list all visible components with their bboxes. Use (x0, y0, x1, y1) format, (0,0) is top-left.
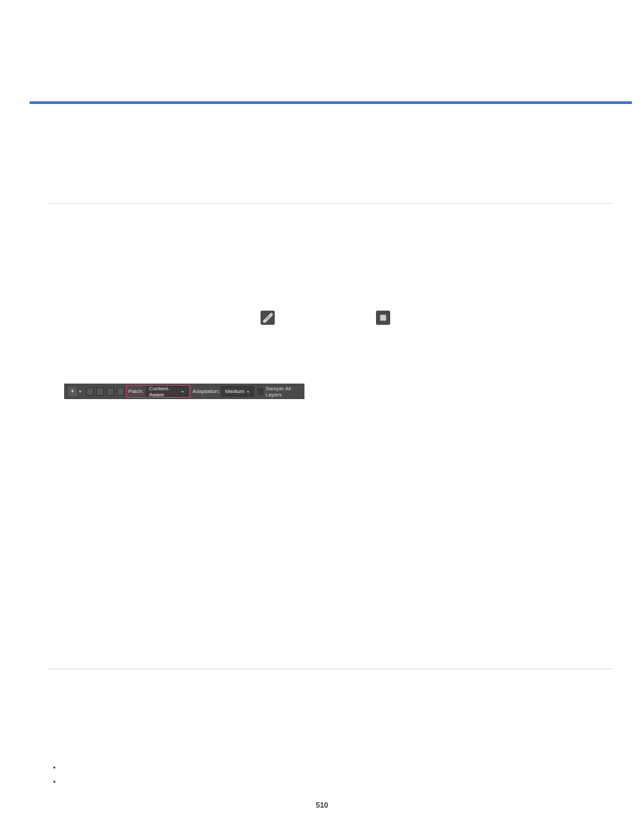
selection-mode-add[interactable] (97, 388, 104, 396)
selection-mode-subtract[interactable] (107, 388, 114, 396)
section-divider-2 (48, 669, 613, 669)
svg-rect-4 (380, 315, 386, 321)
heal-brush-icon (261, 311, 275, 325)
patch-value: Content-Aware (149, 386, 179, 398)
options-bar: ✦ ▼ Patch: Content-Aware ▾ Adaptation: M… (64, 384, 304, 399)
patch-label: Patch: (128, 388, 144, 394)
adaptation-value: Medium (225, 388, 244, 394)
svg-point-1 (266, 319, 267, 320)
chevron-down-icon: ▾ (182, 389, 184, 394)
sample-all-layers-option[interactable]: Sample All Layers (258, 386, 304, 398)
adaptation-dropdown[interactable]: Medium ▾ (221, 386, 253, 396)
chevron-down-icon: ▾ (247, 389, 249, 394)
adaptation-label: Adaptation: (192, 388, 219, 394)
sample-all-layers-label: Sample All Layers (265, 386, 304, 398)
header-rule (30, 101, 632, 104)
bullet-list (51, 760, 62, 788)
active-tool-icon[interactable]: ✦ (68, 387, 77, 396)
bandage-small-icon: ✦ (70, 388, 75, 394)
patch-mode-dropdown[interactable]: Content-Aware ▾ (146, 386, 188, 396)
patch-tool-icon (376, 311, 390, 325)
section-divider-1 (48, 203, 613, 204)
bandage-icon (263, 313, 273, 323)
svg-point-2 (269, 316, 270, 317)
patch-mode-group: Patch: Content-Aware ▾ (127, 386, 190, 397)
patch-icon (378, 313, 388, 323)
dropdown-caret-icon[interactable]: ▼ (78, 390, 82, 394)
svg-point-3 (267, 317, 269, 319)
checkbox-icon (258, 388, 263, 394)
selection-mode-new[interactable] (86, 388, 94, 396)
selection-mode-intersect[interactable] (117, 388, 124, 396)
page-number: 510 (0, 801, 644, 809)
adaptation-field: Adaptation: Medium ▾ (192, 386, 254, 396)
patch-field: Patch: Content-Aware ▾ (128, 386, 188, 396)
